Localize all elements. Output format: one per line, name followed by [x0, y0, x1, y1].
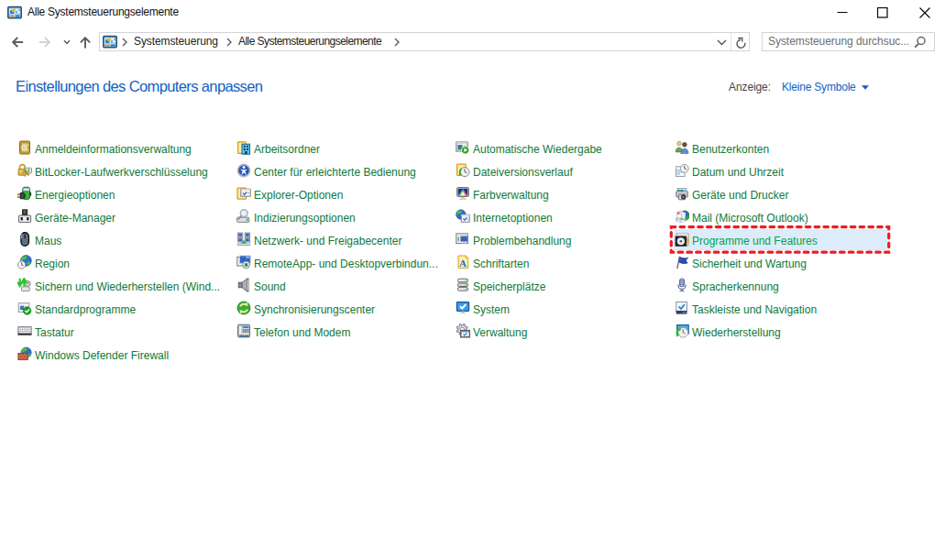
svg-text:A: A	[459, 258, 467, 269]
